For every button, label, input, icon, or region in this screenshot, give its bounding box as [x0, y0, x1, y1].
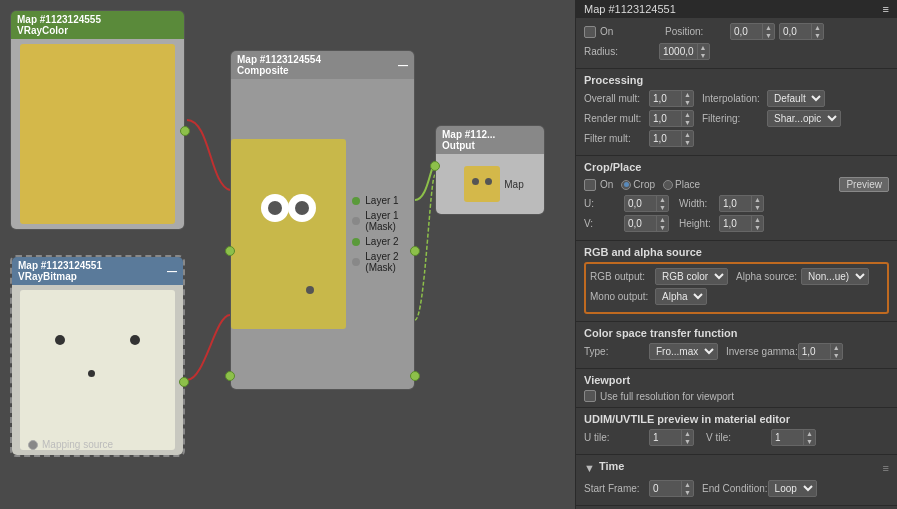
layer-2-dot: [352, 238, 360, 246]
crop-on-checkbox[interactable]: [584, 179, 596, 191]
time-section: ▼ Time ≡ Start Frame: 0 ▲ ▼ End Conditio…: [576, 455, 897, 506]
position-x-up[interactable]: ▲: [763, 24, 774, 32]
position-on-label: On: [600, 26, 665, 37]
node-composite-title: Map #1123124554: [237, 54, 321, 65]
node-vraybitmap[interactable]: Map #1123124551 VRayBitmap — Mapping sou…: [10, 255, 185, 457]
viewport-checkbox-label: Use full resolution for viewport: [600, 391, 734, 402]
mono-output-select[interactable]: Alpha: [655, 288, 707, 305]
radius-spinner[interactable]: 1000,0 ▲ ▼: [659, 43, 710, 60]
vraybitmap-output-connector[interactable]: [179, 377, 189, 387]
radius-arrows[interactable]: ▲ ▼: [697, 44, 709, 60]
viewport-checkbox[interactable]: [584, 390, 596, 402]
node-composite[interactable]: Map #1123124554 Composite — Layer 1: [230, 50, 415, 390]
place-label: Place: [675, 179, 700, 190]
overall-mult-spinner[interactable]: 1,0 ▲ ▼: [649, 90, 694, 107]
end-condition-select[interactable]: Loop: [768, 480, 817, 497]
composite-input-2[interactable]: [225, 371, 235, 381]
height-spinner[interactable]: 1,0 ▲ ▼: [719, 215, 764, 232]
radius-up[interactable]: ▲: [698, 44, 709, 52]
alpha-source-select[interactable]: Non...ue): [801, 268, 869, 285]
crop-label: Crop: [633, 179, 655, 190]
position-on-checkbox[interactable]: [584, 26, 596, 38]
width-spinner[interactable]: 1,0 ▲ ▼: [719, 195, 764, 212]
node-composite-header: Map #1123124554 Composite —: [231, 51, 414, 79]
mono-output-row: Mono output: Alpha: [590, 288, 883, 305]
crop-radio-item[interactable]: Crop: [621, 179, 655, 190]
rgb-alpha-box: RGB output: RGB color Alpha source: Non.…: [584, 262, 889, 314]
place-radio[interactable]: [663, 180, 673, 190]
color-space-title: Color space transfer function: [584, 327, 889, 339]
node-vraybitmap-close[interactable]: —: [167, 266, 177, 277]
rgb-output-select[interactable]: RGB color: [655, 268, 728, 285]
rgb-output-label: RGB output:: [590, 271, 655, 282]
filter-mult-spinner[interactable]: 1,0 ▲ ▼: [649, 130, 694, 147]
position-x-down[interactable]: ▼: [763, 32, 774, 40]
u-label: U:: [584, 198, 624, 209]
rgb-output-row: RGB output: RGB color Alpha source: Non.…: [590, 268, 883, 285]
crop-place-section: Crop/Place On Crop Place Preview U:: [576, 156, 897, 241]
alpha-source-label: Alpha source:: [736, 271, 801, 282]
face-nose: [88, 370, 95, 377]
node-output-title: Map #112...: [442, 129, 495, 140]
position-y-spinner[interactable]: 0,0 ▲ ▼: [779, 23, 824, 40]
overall-mult-row: Overall mult: 1,0 ▲ ▼ Interpolation: Def…: [584, 90, 889, 107]
time-row: Start Frame: 0 ▲ ▼ End Condition: Loop: [584, 480, 889, 497]
output-input-connector[interactable]: [430, 161, 440, 171]
end-condition-label: End Condition:: [702, 483, 768, 494]
radius-row: Radius: 1000,0 ▲ ▼: [584, 43, 889, 60]
node-composite-close[interactable]: —: [398, 60, 408, 71]
inverse-gamma-spinner[interactable]: 1,0 ▲ ▼: [798, 343, 843, 360]
vraycolor-output-connector[interactable]: [180, 126, 190, 136]
u-spinner[interactable]: 0,0 ▲ ▼: [624, 195, 669, 212]
layer-item-1: Layer 1: [352, 193, 408, 208]
composite-output-1[interactable]: [410, 246, 420, 256]
time-collapse-arrow[interactable]: ▼: [584, 462, 595, 474]
crop-radio[interactable]: [621, 180, 631, 190]
render-mult-spinner[interactable]: 1,0 ▲ ▼: [649, 110, 694, 127]
position-y-up[interactable]: ▲: [812, 24, 823, 32]
filtering-select[interactable]: Shar...opic: [767, 110, 841, 127]
radius-down[interactable]: ▼: [698, 52, 709, 60]
place-radio-item[interactable]: Place: [663, 179, 700, 190]
node-output[interactable]: Map #112... Output Map: [435, 125, 545, 215]
composite-output-2[interactable]: [410, 371, 420, 381]
layer-item-2-mask: Layer 2 (Mask): [352, 249, 408, 275]
node-output-subtitle: Output: [442, 140, 495, 151]
node-vraycolor-subtitle: VRayColor: [17, 25, 101, 36]
node-vraycolor-preview: [20, 44, 175, 224]
height-label: Height:: [679, 218, 719, 229]
start-frame-label: Start Frame:: [584, 483, 649, 494]
output-map-label: Map: [504, 179, 523, 190]
node-output-body: Map: [436, 154, 544, 214]
start-frame-spinner[interactable]: 0 ▲ ▼: [649, 480, 694, 497]
type-label: Type:: [584, 346, 649, 357]
position-y-down[interactable]: ▼: [812, 32, 823, 40]
comp-left-eye: [261, 194, 289, 222]
crop-on-label: On: [600, 179, 613, 190]
face-left-eye: [55, 335, 65, 345]
node-vraybitmap-subtitle: VRayBitmap: [18, 271, 102, 282]
right-panel: Map #1123124551 ≡ On Position: 0,0 ▲ ▼ 0…: [575, 0, 897, 509]
processing-section: Processing Overall mult: 1,0 ▲ ▼ Interpo…: [576, 69, 897, 156]
type-select[interactable]: Fro...max: [649, 343, 718, 360]
composite-input-1[interactable]: [225, 246, 235, 256]
mapping-dot: [28, 440, 38, 450]
v-spinner[interactable]: 0,0 ▲ ▼: [624, 215, 669, 232]
interpolation-label: Interpolation:: [702, 93, 767, 104]
position-x-arrows[interactable]: ▲ ▼: [762, 24, 774, 40]
interpolation-select[interactable]: Default: [767, 90, 825, 107]
node-vraycolor[interactable]: Map #1123124555 VRayColor: [10, 10, 185, 230]
node-vraybitmap-body: [12, 285, 183, 455]
output-thumb: [464, 166, 500, 202]
position-y-arrows[interactable]: ▲ ▼: [811, 24, 823, 40]
u-tile-spinner[interactable]: 1 ▲ ▼: [649, 429, 694, 446]
udim-section: UDIM/UVTILE preview in material editor U…: [576, 408, 897, 455]
inverse-gamma-label: Inverse gamma:: [726, 346, 798, 357]
udim-tiles-row: U tile: 1 ▲ ▼ V tile: 1 ▲ ▼: [584, 429, 889, 446]
position-on-row: On Position: 0,0 ▲ ▼ 0,0 ▲ ▼: [584, 23, 889, 40]
position-x-spinner[interactable]: 0,0 ▲ ▼: [730, 23, 775, 40]
comp-right-pupil: [295, 201, 309, 215]
time-expand-icon: ≡: [883, 462, 889, 474]
preview-button[interactable]: Preview: [839, 177, 889, 192]
v-tile-spinner[interactable]: 1 ▲ ▼: [771, 429, 816, 446]
